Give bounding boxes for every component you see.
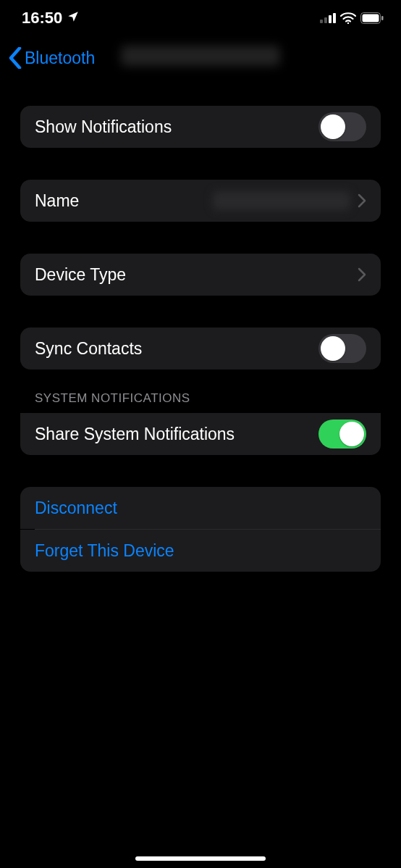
row-device-type[interactable]: Device Type	[20, 254, 381, 296]
button-disconnect[interactable]: Disconnect	[35, 498, 117, 518]
label-show-notifications: Show Notifications	[35, 117, 172, 137]
section-header-system-notifications: SYSTEM NOTIFICATIONS	[20, 391, 381, 413]
svg-rect-7	[381, 16, 384, 20]
back-label: Bluetooth	[25, 49, 95, 68]
wifi-icon	[340, 12, 356, 24]
chevron-right-icon	[358, 193, 366, 208]
toggle-sync-contacts[interactable]	[318, 334, 366, 363]
chevron-right-icon	[358, 267, 366, 282]
row-forget-device[interactable]: Forget This Device	[20, 530, 381, 572]
status-right	[320, 12, 384, 24]
svg-rect-2	[329, 15, 332, 23]
svg-rect-3	[333, 13, 336, 23]
row-show-notifications[interactable]: Show Notifications	[20, 106, 381, 148]
battery-icon	[360, 12, 384, 24]
home-indicator[interactable]	[135, 856, 266, 861]
label-device-type: Device Type	[35, 265, 126, 285]
status-left: 16:50	[22, 9, 80, 28]
location-icon	[67, 9, 80, 28]
svg-rect-6	[363, 14, 379, 22]
row-sync-contacts[interactable]: Sync Contacts	[20, 327, 381, 370]
value-name-redacted	[213, 191, 350, 210]
row-disconnect[interactable]: Disconnect	[20, 487, 381, 529]
status-bar: 16:50	[0, 0, 401, 36]
back-button[interactable]: Bluetooth	[7, 47, 95, 69]
button-forget-device[interactable]: Forget This Device	[35, 541, 174, 561]
toggle-share-system-notifications[interactable]	[318, 420, 366, 448]
svg-point-4	[347, 22, 349, 24]
svg-rect-0	[320, 20, 323, 23]
status-time: 16:50	[22, 9, 62, 28]
chevron-left-icon	[7, 47, 23, 69]
row-share-system-notifications[interactable]: Share System Notifications	[20, 413, 381, 455]
cellular-icon	[320, 13, 336, 23]
row-name[interactable]: Name	[20, 180, 381, 222]
label-sync-contacts: Sync Contacts	[35, 339, 142, 359]
svg-rect-1	[324, 17, 327, 23]
nav-bar: Bluetooth	[0, 36, 401, 80]
label-name: Name	[35, 191, 79, 211]
toggle-show-notifications[interactable]	[318, 112, 366, 141]
title-redacted	[121, 46, 280, 66]
label-share-system-notifications: Share System Notifications	[35, 425, 235, 444]
